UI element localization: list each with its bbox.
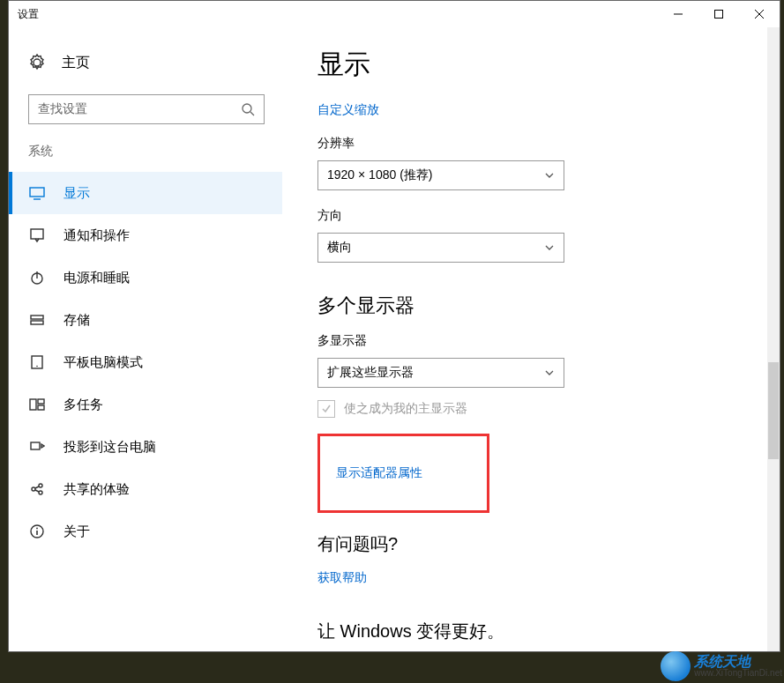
- checkbox-icon: [317, 400, 335, 418]
- chevron-down-icon: [544, 170, 555, 181]
- close-button[interactable]: [739, 1, 780, 27]
- sidebar-item-label: 显示: [63, 185, 90, 202]
- custom-scale-link[interactable]: 自定义缩放: [317, 102, 762, 118]
- resolution-value: 1920 × 1080 (推荐): [327, 167, 432, 183]
- sidebar: 主页 查找设置 系统 显示 通知和操作 电源和睡眠 存储: [9, 27, 282, 651]
- svg-rect-16: [38, 399, 44, 404]
- svg-point-14: [36, 366, 38, 367]
- search-input[interactable]: 查找设置: [28, 94, 265, 124]
- svg-rect-6: [30, 188, 44, 197]
- svg-line-22: [35, 486, 39, 488]
- power-icon: [28, 269, 46, 286]
- sidebar-item-about[interactable]: 关于: [9, 510, 282, 553]
- sidebar-item-display[interactable]: 显示: [9, 172, 282, 214]
- scrollbar-thumb[interactable]: [768, 362, 779, 459]
- chevron-down-icon: [544, 367, 555, 378]
- about-icon: [28, 523, 46, 540]
- watermark-title: 系统天地: [694, 655, 782, 669]
- settings-window: 设置 主页 查找设置 系统 显示: [8, 0, 780, 652]
- multitask-icon: [28, 396, 46, 413]
- share-icon: [28, 480, 46, 498]
- sidebar-item-label: 平板电脑模式: [63, 354, 143, 371]
- titlebar: 设置: [9, 1, 780, 27]
- notify-icon: [28, 226, 46, 244]
- main-panel: 显示 自定义缩放 分辨率 1920 × 1080 (推荐) 方向 横向 多个显示…: [282, 27, 780, 651]
- multi-monitor-value: 扩展这些显示器: [327, 365, 414, 381]
- svg-rect-18: [31, 442, 40, 449]
- sidebar-item-label: 存储: [63, 312, 90, 329]
- gear-icon: [28, 54, 46, 71]
- content-area: 主页 查找设置 系统 显示 通知和操作 电源和睡眠 存储: [9, 27, 780, 651]
- svg-point-4: [243, 104, 251, 113]
- sidebar-item-label: 共享的体验: [63, 481, 130, 498]
- svg-rect-8: [31, 229, 43, 239]
- orientation-dropdown[interactable]: 横向: [317, 233, 564, 263]
- storage-icon: [28, 311, 46, 329]
- svg-point-19: [32, 487, 35, 491]
- svg-rect-1: [715, 11, 723, 19]
- chevron-down-icon: [544, 242, 555, 253]
- home-label: 主页: [62, 54, 90, 72]
- sidebar-item-notifications[interactable]: 通知和操作: [9, 214, 282, 256]
- orientation-label: 方向: [317, 208, 762, 224]
- resolution-label: 分辨率: [317, 136, 762, 152]
- globe-icon: [661, 651, 691, 681]
- svg-line-5: [250, 112, 254, 115]
- sidebar-item-share[interactable]: 共享的体验: [9, 468, 282, 510]
- sidebar-item-tablet[interactable]: 平板电脑模式: [9, 341, 282, 383]
- watermark: 系统天地 www.XiTongTianDi.net: [661, 651, 782, 681]
- highlight-box: 显示适配器属性: [317, 434, 489, 513]
- sidebar-item-storage[interactable]: 存储: [9, 299, 282, 341]
- sidebar-item-label: 电源和睡眠: [63, 270, 130, 286]
- orientation-value: 横向: [327, 240, 352, 256]
- sidebar-item-label: 多任务: [63, 397, 103, 413]
- sidebar-item-label: 关于: [63, 523, 90, 540]
- maximize-icon: [714, 10, 723, 19]
- minimize-icon: [674, 10, 683, 19]
- tablet-icon: [28, 353, 46, 371]
- sidebar-item-power[interactable]: 电源和睡眠: [9, 256, 282, 299]
- sidebar-item-label: 通知和操作: [63, 227, 130, 244]
- svg-rect-11: [31, 316, 43, 319]
- sidebar-item-multitask[interactable]: 多任务: [9, 383, 282, 426]
- svg-rect-17: [38, 405, 44, 410]
- home-button[interactable]: 主页: [9, 45, 282, 80]
- display-icon: [28, 184, 46, 202]
- primary-display-label: 使之成为我的主显示器: [344, 401, 467, 417]
- primary-display-checkbox: 使之成为我的主显示器: [317, 400, 762, 418]
- window-title: 设置: [18, 7, 39, 22]
- minimize-button[interactable]: [658, 1, 698, 27]
- svg-rect-15: [30, 399, 36, 410]
- svg-point-21: [39, 491, 42, 494]
- sidebar-item-label: 投影到这台电脑: [63, 439, 156, 456]
- help-header: 有问题吗?: [317, 532, 762, 556]
- page-title: 显示: [317, 47, 762, 83]
- watermark-url: www.XiTongTianDi.net: [694, 669, 782, 678]
- feedback-header: 让 Windows 变得更好。: [317, 620, 762, 643]
- project-icon: [28, 438, 46, 456]
- multi-monitor-dropdown[interactable]: 扩展这些显示器: [317, 358, 564, 388]
- resolution-dropdown[interactable]: 1920 × 1080 (推荐): [317, 160, 564, 190]
- adapter-properties-link[interactable]: 显示适配器属性: [336, 465, 422, 481]
- scrollbar[interactable]: [767, 27, 780, 651]
- svg-point-26: [36, 528, 38, 530]
- maximize-button[interactable]: [698, 1, 739, 27]
- svg-line-23: [35, 490, 39, 492]
- multi-monitor-header: 多个显示器: [317, 293, 762, 319]
- svg-rect-12: [31, 321, 43, 324]
- multi-monitor-label: 多显示器: [317, 333, 762, 349]
- get-help-link[interactable]: 获取帮助: [317, 570, 762, 586]
- close-icon: [755, 10, 764, 19]
- svg-point-20: [39, 484, 42, 487]
- sidebar-item-project[interactable]: 投影到这台电脑: [9, 426, 282, 468]
- category-label: 系统: [9, 144, 282, 172]
- search-placeholder: 查找设置: [38, 101, 241, 117]
- search-icon: [241, 102, 255, 116]
